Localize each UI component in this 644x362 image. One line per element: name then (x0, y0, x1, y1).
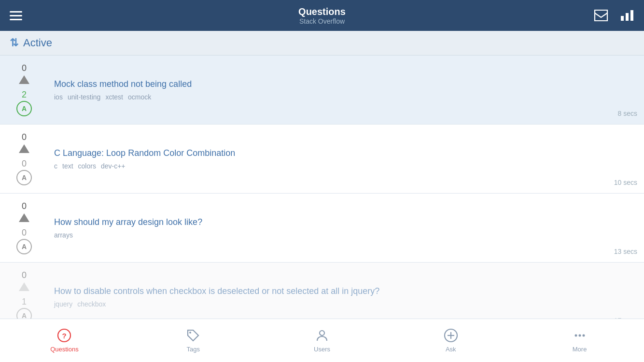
vote-count-row: 0 (18, 270, 30, 292)
vote-count: 0 (22, 270, 27, 280)
upvote-arrow-icon (18, 143, 30, 154)
nav-label-users: Users (314, 346, 330, 353)
vote-count-row: 0 (18, 63, 30, 85)
svg-rect-0 (621, 16, 624, 21)
question-tags: ctextcolorsdev-c++ (54, 162, 608, 170)
inbox-icon[interactable] (594, 9, 608, 22)
question-stats: 0 0 A (0, 194, 48, 262)
svg-text:?: ? (62, 332, 67, 340)
question-time: 13 secs (614, 194, 644, 262)
vote-count-row: 0 (18, 201, 30, 223)
header: Questions Stack Overflow (0, 0, 644, 31)
svg-point-10 (574, 334, 577, 337)
svg-point-11 (578, 334, 581, 337)
tag[interactable]: unit-testing (68, 93, 100, 101)
tag[interactable]: ios (54, 93, 63, 101)
answer-count: 1 (22, 297, 27, 307)
answer-count-row: 0 A (16, 228, 32, 254)
question-title[interactable]: How to disable controls when checkbox is… (54, 286, 608, 297)
tag[interactable]: colors (78, 162, 96, 170)
nav-label-tags: Tags (186, 346, 199, 353)
answer-count-row: 2 A (16, 90, 32, 116)
question-tags: arrays (54, 231, 608, 239)
tags-nav-icon (186, 328, 200, 343)
header-right (594, 9, 634, 22)
header-center: Questions Stack Overflow (298, 6, 346, 25)
nav-label-more: More (573, 346, 587, 353)
upvote-arrow-icon (18, 212, 30, 223)
nav-label-questions: Questions (50, 346, 79, 353)
tag[interactable]: checkbox (77, 300, 106, 308)
nav-item-tags[interactable]: Tags (129, 328, 258, 353)
sort-bar[interactable]: ⇅ Active (0, 31, 644, 56)
hamburger-menu[interactable] (10, 11, 22, 20)
question-stats: 0 0 A (0, 125, 48, 193)
question-content: Mock class method not being called iosun… (48, 56, 618, 124)
question-tags: iosunit-testingxctestocmock (54, 93, 612, 101)
answer-badge: A (16, 239, 32, 254)
bottom-nav: ? Questions Tags Users Ask Mo (0, 319, 644, 362)
tag[interactable]: jquery (54, 300, 72, 308)
questions-nav-icon: ? (57, 328, 71, 343)
question-title[interactable]: How should my array design look like? (54, 217, 608, 228)
site-name: Stack Overflow (299, 17, 345, 25)
questions-list: 0 2 A Mock class method not being called… (0, 56, 644, 332)
tag[interactable]: text (62, 162, 73, 170)
svg-point-12 (582, 334, 585, 337)
sort-label: Active (23, 37, 52, 49)
header-left (10, 11, 22, 20)
question-time: 10 secs (614, 125, 644, 193)
sort-arrows-icon: ⇅ (10, 37, 18, 49)
nav-item-users[interactable]: Users (258, 328, 387, 353)
more-nav-icon (573, 328, 587, 343)
answer-count: 2 (22, 90, 27, 100)
answer-count: 0 (22, 228, 27, 238)
answer-count-row: 0 A (16, 159, 32, 185)
answer-badge: A (16, 101, 32, 116)
nav-item-questions[interactable]: ? Questions (0, 328, 129, 353)
question-stats: 0 2 A (0, 56, 48, 124)
ask-nav-icon (444, 328, 458, 343)
upvote-arrow-icon (18, 281, 30, 292)
svg-rect-1 (626, 13, 629, 21)
question-content: How should my array design look like? ar… (48, 194, 614, 262)
svg-point-5 (189, 332, 191, 334)
nav-label-ask: Ask (446, 346, 456, 353)
users-nav-icon (315, 328, 329, 343)
answer-count: 0 (22, 159, 27, 169)
question-item: 0 0 A C Language: Loop Random Color Comb… (0, 125, 644, 194)
question-content: C Language: Loop Random Color Combinatio… (48, 125, 614, 193)
page-title: Questions (298, 6, 346, 17)
barchart-icon[interactable] (620, 9, 634, 22)
nav-item-more[interactable]: More (515, 328, 644, 353)
tag[interactable]: dev-c++ (101, 162, 126, 170)
tag[interactable]: ocmock (128, 93, 151, 101)
question-item: 0 0 A How should my array design look li… (0, 194, 644, 263)
question-item: 0 2 A Mock class method not being called… (0, 56, 644, 125)
tag[interactable]: xctest (105, 93, 123, 101)
vote-count: 0 (22, 201, 27, 211)
question-title[interactable]: C Language: Loop Random Color Combinatio… (54, 148, 608, 159)
vote-count: 0 (22, 132, 27, 142)
question-tags: jquerycheckbox (54, 300, 608, 308)
answer-badge: A (16, 170, 32, 185)
tag[interactable]: arrays (54, 231, 73, 239)
question-time: 8 secs (618, 56, 644, 124)
svg-rect-2 (630, 10, 633, 21)
question-title[interactable]: Mock class method not being called (54, 79, 612, 90)
tag[interactable]: c (54, 162, 57, 170)
vote-count-row: 0 (18, 132, 30, 154)
nav-item-ask[interactable]: Ask (386, 328, 515, 353)
svg-point-6 (320, 331, 324, 335)
upvote-arrow-icon (18, 74, 30, 85)
vote-count: 0 (22, 63, 27, 73)
